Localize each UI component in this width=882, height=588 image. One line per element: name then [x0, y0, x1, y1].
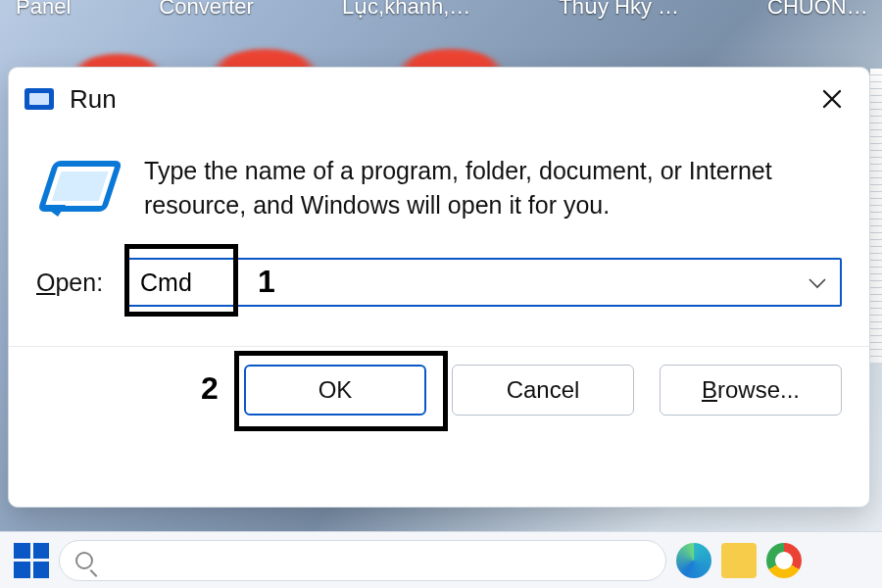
open-input[interactable] — [128, 260, 795, 305]
close-button[interactable] — [810, 77, 854, 121]
start-button[interactable] — [14, 543, 49, 578]
browse-button[interactable]: Browse... — [660, 365, 842, 416]
desktop-icon-labels-row: Panel Converter Lục,khanh,… Thủy Hky … C… — [0, 0, 882, 20]
open-combobox[interactable] — [126, 258, 842, 307]
dialog-body: Type the name of a program, folder, docu… — [9, 124, 869, 228]
open-label: Open: — [36, 269, 126, 297]
close-icon — [822, 89, 842, 109]
titlebar[interactable]: Run — [9, 68, 869, 124]
desktop-icon-label[interactable]: CHUON… — [767, 0, 868, 20]
background-window-sliver — [870, 69, 882, 363]
chevron-down-icon[interactable] — [795, 270, 840, 295]
ok-button[interactable]: OK — [244, 365, 426, 416]
desktop-icon-label[interactable]: Panel — [16, 0, 71, 20]
open-row: Open: 1 — [9, 228, 869, 307]
instruction-text: Type the name of a program, folder, docu… — [144, 154, 842, 228]
chrome-icon[interactable] — [766, 543, 802, 578]
run-dialog: Run Type the name of a program, folder, … — [8, 67, 870, 508]
file-explorer-icon[interactable] — [721, 543, 757, 578]
taskbar-search[interactable] — [59, 540, 666, 581]
desktop-icon-label[interactable]: Lục,khanh,… — [342, 0, 470, 20]
edge-icon[interactable] — [676, 543, 711, 578]
desktop-background: Panel Converter Lục,khanh,… Thủy Hky … C… — [0, 0, 882, 588]
taskbar[interactable] — [0, 531, 882, 588]
desktop-icon-label[interactable]: Thủy Hky … — [559, 0, 679, 20]
dialog-title: Run — [70, 84, 117, 115]
search-icon — [75, 552, 93, 569]
annotation-number-2: 2 — [201, 370, 219, 407]
svg-rect-1 — [52, 172, 109, 201]
run-large-icon — [36, 158, 121, 228]
cancel-button[interactable]: Cancel — [452, 365, 634, 416]
desktop-icon-label[interactable]: Converter — [159, 0, 254, 20]
button-row: 2 OK Cancel Browse... — [9, 347, 869, 416]
run-icon — [24, 88, 54, 110]
